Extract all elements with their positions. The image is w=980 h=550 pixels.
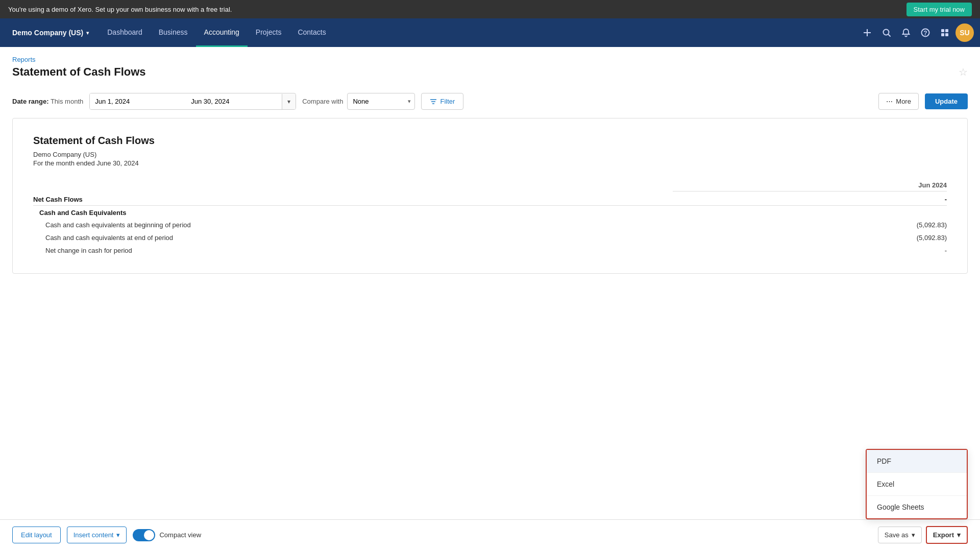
cash-beginning-label: Cash and cash equivalents at beginning o… — [33, 219, 673, 231]
nav-contacts[interactable]: Contacts — [289, 18, 334, 47]
company-selector[interactable]: Demo Company (US) ▾ — [6, 29, 95, 37]
cash-end-value: (5,092.83) — [673, 231, 947, 244]
more-dots-icon: ⋯ — [886, 98, 893, 105]
net-change-value: - — [673, 244, 947, 257]
svg-line-1 — [888, 34, 890, 36]
col-amount-header: Jun 2024 — [673, 179, 947, 192]
export-chevron-icon: ▾ — [957, 531, 961, 539]
breadcrumb-parent[interactable]: Reports — [12, 56, 36, 63]
report-company: Demo Company (US) — [33, 151, 947, 158]
demo-banner-text: You're using a demo of Xero. Set up your… — [8, 6, 232, 13]
net-change-label: Net change in cash for period — [33, 244, 673, 257]
export-dropdown: PDF Excel Google Sheets — [866, 449, 968, 519]
date-range-inputs: ▾ — [89, 93, 296, 110]
compare-section: Compare with None Previous period Previo… — [302, 93, 415, 110]
date-end-input[interactable] — [186, 93, 282, 109]
cash-beginning-value: (5,092.83) — [673, 219, 947, 231]
compare-select-wrapper: None Previous period Previous year ▾ — [347, 93, 415, 110]
nav-icons: ? SU — [859, 23, 974, 42]
nav-links: Dashboard Business Accounting Projects C… — [99, 18, 859, 47]
bell-icon[interactable] — [897, 24, 915, 41]
navbar: Demo Company (US) ▾ Dashboard Business A… — [0, 18, 980, 47]
report-container: Statement of Cash Flows Demo Company (US… — [12, 118, 968, 274]
cash-beginning-row: Cash and cash equivalents at beginning o… — [33, 219, 947, 231]
cash-end-row: Cash and cash equivalents at end of peri… — [33, 231, 947, 244]
net-cashflows-value: - — [673, 192, 947, 206]
insert-content-chevron-icon: ▾ — [116, 531, 120, 539]
filter-button[interactable]: Filter — [421, 93, 463, 110]
report-period: For the month ended June 30, 2024 — [33, 159, 947, 167]
controls-bar: Date range: This month ▾ Compare with No… — [0, 87, 980, 118]
save-as-chevron-icon: ▾ — [912, 531, 915, 539]
compare-select[interactable]: None Previous period Previous year — [347, 93, 415, 110]
svg-text:?: ? — [923, 30, 927, 37]
export-excel-item[interactable]: Excel — [867, 473, 967, 496]
compact-view-label: Compact view — [159, 531, 201, 539]
date-start-input[interactable] — [90, 93, 186, 109]
compact-view-toggle[interactable] — [133, 529, 155, 541]
report-table: Jun 2024 Net Cash Flows - Cash and Cash … — [33, 179, 947, 257]
net-change-row: Net change in cash for period - — [33, 244, 947, 257]
avatar[interactable]: SU — [955, 23, 974, 42]
export-pdf-item[interactable]: PDF — [867, 450, 967, 473]
nav-accounting[interactable]: Accounting — [196, 18, 248, 47]
update-button[interactable]: Update — [925, 93, 968, 109]
breadcrumb: Reports — [0, 47, 980, 63]
svg-rect-4 — [941, 29, 944, 32]
insert-content-button[interactable]: Insert content ▾ — [67, 527, 127, 543]
help-icon[interactable]: ? — [917, 24, 934, 41]
page-title-row: Statement of Cash Flows ☆ — [0, 63, 980, 87]
more-button[interactable]: ⋯ More — [878, 93, 919, 110]
company-chevron-icon: ▾ — [86, 30, 89, 36]
bottom-right-actions: Save as ▾ PDF Excel Google Sheets Export… — [878, 526, 968, 544]
net-cashflows-label: Net Cash Flows — [33, 192, 673, 206]
page-content: Reports Statement of Cash Flows ☆ Date r… — [0, 47, 980, 550]
company-name: Demo Company (US) — [12, 29, 83, 37]
svg-rect-7 — [945, 33, 948, 36]
bottom-bar: Edit layout Insert content ▾ Compact vie… — [0, 519, 980, 550]
edit-layout-button[interactable]: Edit layout — [12, 527, 61, 543]
nav-projects[interactable]: Projects — [248, 18, 290, 47]
cash-equivalents-header: Cash and Cash Equivalents — [33, 206, 947, 219]
report-title: Statement of Cash Flows — [33, 135, 947, 147]
search-icon[interactable] — [878, 24, 895, 41]
date-range-label: Date range: This month — [12, 98, 83, 105]
filter-label: Filter — [440, 98, 455, 105]
cash-equivalents-label: Cash and Cash Equivalents — [33, 206, 947, 219]
net-cashflows-row: Net Cash Flows - — [33, 192, 947, 206]
save-as-label: Save as — [885, 531, 909, 539]
export-button[interactable]: Export ▾ — [926, 526, 968, 544]
demo-banner: You're using a demo of Xero. Set up your… — [0, 0, 980, 18]
filter-icon — [430, 98, 437, 105]
compact-view-area: Compact view — [133, 529, 201, 541]
grid-icon[interactable] — [936, 24, 953, 41]
cash-end-label: Cash and cash equivalents at end of peri… — [33, 231, 673, 244]
favorite-star-icon[interactable]: ☆ — [959, 66, 968, 78]
export-google-sheets-item[interactable]: Google Sheets — [867, 496, 967, 518]
nav-dashboard[interactable]: Dashboard — [99, 18, 151, 47]
more-label: More — [896, 98, 911, 105]
svg-rect-5 — [945, 29, 948, 32]
col-label-header — [33, 179, 673, 192]
export-label: Export — [933, 531, 954, 539]
page-title: Statement of Cash Flows — [12, 65, 146, 79]
date-arrow-btn[interactable]: ▾ — [282, 94, 296, 109]
insert-content-label: Insert content — [74, 531, 114, 539]
nav-business[interactable]: Business — [151, 18, 196, 47]
save-as-button[interactable]: Save as ▾ — [878, 527, 922, 543]
compare-label: Compare with — [302, 98, 343, 105]
svg-rect-6 — [941, 33, 944, 36]
add-icon[interactable] — [859, 24, 876, 41]
trial-button[interactable]: Start my trial now — [906, 3, 972, 16]
